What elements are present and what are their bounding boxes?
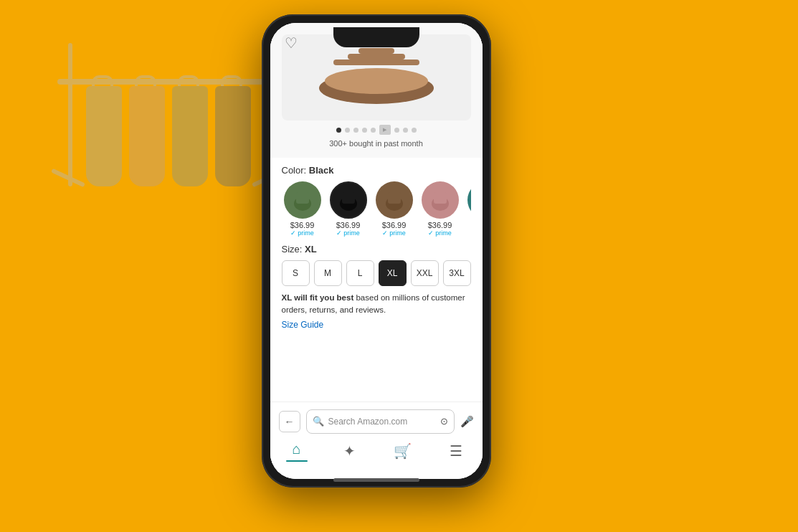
scene: ♡ <box>0 0 798 532</box>
prime-badge-brown: ✓prime <box>374 229 415 237</box>
back-button[interactable]: ← <box>279 411 300 432</box>
svg-rect-3 <box>348 54 405 60</box>
size-grid: S M L XL XXL 3XL <box>282 260 471 286</box>
size-section: Size: XL S M L XL XXL 3XL XL <box>282 244 471 330</box>
phone-notch <box>333 27 419 47</box>
svg-rect-6 <box>296 192 309 204</box>
dot-8 <box>412 128 417 133</box>
phone-screen: ♡ <box>270 23 483 479</box>
cart-icon: 🛒 <box>394 442 412 460</box>
swatch-img-pink <box>422 181 459 219</box>
svg-rect-8 <box>342 192 355 204</box>
swatch-price-black: $36.99 <box>328 221 369 229</box>
search-bar-row: ← 🔍 Search Amazon.com ⊙ 🎤 <box>270 407 483 437</box>
product-sandal-svg <box>312 45 441 110</box>
swatch-img-green <box>284 181 321 219</box>
product-image <box>282 34 471 120</box>
phone: ♡ <box>262 14 491 488</box>
size-recommendation: XL will fit you best based on millions o… <box>282 292 471 317</box>
color-swatches[interactable]: $36.99 ✓prime $36.99 ✓prime <box>282 181 471 237</box>
home-icon: ⌂ <box>292 441 300 457</box>
color-swatch-green[interactable]: $36.99 ✓prime <box>282 181 323 237</box>
size-btn-s[interactable]: S <box>282 260 310 286</box>
size-label: Size: XL <box>282 244 471 255</box>
clothing-rack <box>43 43 294 473</box>
nav-tab-home[interactable]: ⌂ <box>270 441 323 462</box>
nav-tabs: ⌂ ✦ 🛒 ☰ <box>270 437 483 462</box>
clothing-item-1 <box>86 86 122 186</box>
prime-badge-teal: ✓prime <box>465 229 471 237</box>
screen-content: ♡ <box>270 23 483 479</box>
nav-tab-cart[interactable]: 🛒 <box>376 442 429 460</box>
svg-rect-4 <box>358 48 394 54</box>
svg-rect-12 <box>434 192 447 204</box>
color-value: Black <box>309 165 334 176</box>
swatch-img-black <box>330 181 367 219</box>
menu-icon: ☰ <box>450 442 462 460</box>
size-btn-m[interactable]: M <box>314 260 342 286</box>
nav-tab-inspire[interactable]: ✦ <box>323 442 376 460</box>
color-swatch-black[interactable]: $36.99 ✓prime <box>328 181 369 237</box>
dot-1 <box>336 128 341 133</box>
dot-6 <box>394 128 399 133</box>
bottom-bar: ← 🔍 Search Amazon.com ⊙ 🎤 ⌂ <box>270 402 483 480</box>
color-label: Color: Black <box>282 165 471 176</box>
size-value: XL <box>305 244 317 255</box>
product-details: Color: Black $36.99 ✓prime <box>270 158 483 402</box>
search-icon: 🔍 <box>313 416 324 427</box>
swatch-img-teal <box>467 181 471 219</box>
color-swatch-pink[interactable]: $36.99 ✓prime <box>419 181 461 237</box>
rack-pole-left <box>68 43 72 186</box>
dot-3 <box>353 128 358 133</box>
search-placeholder: Search Amazon.com <box>328 417 436 427</box>
swatch-price-green: $36.99 <box>282 221 323 229</box>
dot-2 <box>345 128 350 133</box>
size-guide-link[interactable]: Size Guide <box>282 320 471 330</box>
prime-badge-green: ✓prime <box>282 229 323 237</box>
svg-rect-2 <box>333 60 419 65</box>
prime-badge-black: ✓prime <box>328 229 369 237</box>
mic-icon[interactable]: 🎤 <box>460 415 474 428</box>
dot-7 <box>403 128 408 133</box>
camera-icon[interactable]: ⊙ <box>440 416 448 427</box>
size-btn-xxl[interactable]: XXL <box>411 260 439 286</box>
dot-indicators: ▶ <box>282 120 471 139</box>
clothing-item-3 <box>172 86 208 186</box>
nav-tab-menu[interactable]: ☰ <box>429 442 483 460</box>
svg-point-1 <box>325 68 428 94</box>
prime-badge-pink: ✓prime <box>419 229 461 237</box>
home-indicator <box>333 478 419 482</box>
swatch-price-pink: $36.99 <box>419 221 461 229</box>
color-swatch-teal[interactable]: $36 ✓prime <box>465 181 471 237</box>
dot-5 <box>371 128 376 133</box>
size-btn-xl[interactable]: XL <box>379 260 407 286</box>
size-btn-3xl[interactable]: 3XL <box>443 260 471 286</box>
wishlist-icon[interactable]: ♡ <box>285 34 298 52</box>
color-swatch-brown[interactable]: $36.99 ✓prime <box>374 181 415 237</box>
dot-play: ▶ <box>379 125 391 135</box>
size-btn-l[interactable]: L <box>346 260 374 286</box>
dot-4 <box>362 128 367 133</box>
bought-badge: 300+ bought in past month <box>282 139 471 152</box>
phone-body: ♡ <box>262 14 491 488</box>
swatch-price-teal: $36 <box>465 221 471 229</box>
clothing-item-2 <box>129 86 165 186</box>
color-section: Color: Black $36.99 ✓prime <box>282 165 471 237</box>
swatch-img-brown <box>376 181 413 219</box>
inspire-icon: ✦ <box>343 442 356 460</box>
clothing-item-4 <box>215 86 251 186</box>
swatch-price-brown: $36.99 <box>374 221 415 229</box>
home-underline <box>286 460 308 462</box>
search-input[interactable]: 🔍 Search Amazon.com ⊙ <box>306 409 455 434</box>
svg-rect-10 <box>388 192 401 204</box>
